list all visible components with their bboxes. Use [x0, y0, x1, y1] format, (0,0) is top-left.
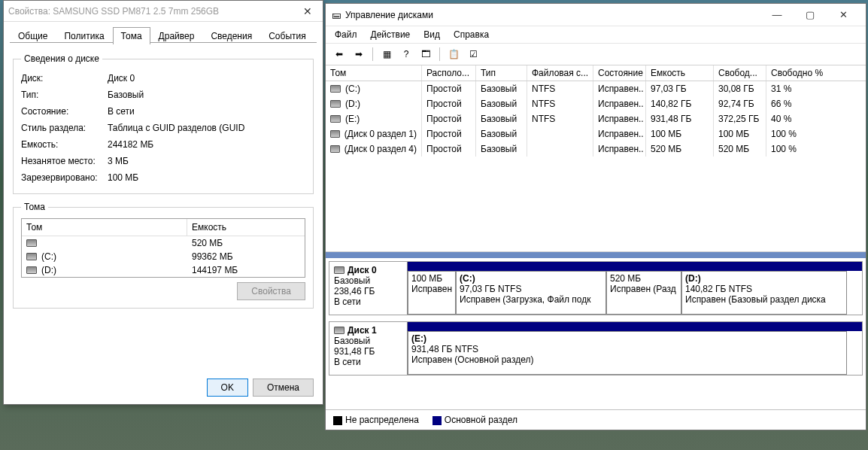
cell-volume: (D:) — [345, 99, 360, 109]
drive-icon — [26, 266, 37, 274]
col-capacity[interactable]: Емкость — [646, 65, 714, 81]
cell-layout: Простой — [422, 96, 476, 111]
cell-free: 100 МБ — [714, 126, 766, 141]
volume-list-row[interactable]: (C:)ПростойБазовыйNTFSИсправен..97,03 ГБ… — [326, 81, 866, 96]
volume-list[interactable]: Том Располо... Тип Файловая с... Состоян… — [326, 65, 866, 252]
volume-row[interactable]: (D:)144197 МБ — [22, 263, 305, 277]
maximize-icon[interactable]: ▢ — [794, 5, 827, 25]
volume-name: (C:) — [41, 251, 56, 262]
info-label: Диск: — [21, 73, 108, 84]
col-volume[interactable]: Том — [22, 219, 187, 236]
cell-free: 92,74 ГБ — [714, 96, 766, 111]
cell-layout: Простой — [422, 126, 476, 141]
window-titlebar[interactable]: 🖴 Управление дисками — ▢ ✕ — [326, 4, 866, 26]
info-value: 100 МБ — [108, 172, 138, 183]
swatch-icon — [432, 416, 442, 425]
disk-info-legend: Сведения о диске — [21, 53, 102, 64]
back-icon[interactable]: ⬅ — [332, 47, 347, 62]
info-label: Стиль раздела: — [21, 123, 108, 133]
tab-Драйвер[interactable]: Драйвер — [150, 27, 203, 44]
volumes-legend: Тома — [21, 202, 48, 212]
tab-panel-volumes: Сведения о диске Диск:Диск 0Тип:БазовыйС… — [4, 44, 323, 325]
partition-title: (D:) — [685, 273, 701, 284]
cell-fs — [527, 126, 593, 141]
partition-cell[interactable]: (E:)931,48 ГБ NTFSИсправен (Основной раз… — [408, 331, 847, 375]
volume-capacity: 99362 МБ — [192, 251, 233, 262]
tab-Общие[interactable]: Общие — [10, 27, 56, 44]
toolbar-separator — [372, 47, 373, 61]
volumes-table[interactable]: Том Емкость 520 МБ(C:)99362 МБ(D:)144197… — [21, 218, 305, 278]
partition-cell[interactable]: 520 МБИсправен (Разд — [606, 271, 681, 315]
partition-title: (C:) — [460, 273, 475, 284]
tab-Политика[interactable]: Политика — [56, 27, 112, 44]
disk-management-window: 🖴 Управление дисками — ▢ ✕ ФайлДействиеВ… — [325, 3, 866, 430]
help-icon[interactable]: ? — [399, 47, 414, 62]
info-label: Тип: — [21, 90, 108, 100]
drive-icon — [330, 100, 341, 108]
disk-type: Базовый — [334, 275, 402, 286]
refresh-icon[interactable]: 🗔 — [418, 47, 433, 62]
col-status[interactable]: Состояние — [593, 65, 646, 81]
disk-row[interactable]: Диск 1Базовый931,48 ГБВ сети(E:)931,48 Г… — [329, 321, 863, 376]
partition-cell[interactable]: (C:)97,03 ГБ NTFSИсправен (Загрузка, Фай… — [456, 271, 606, 315]
col-volume[interactable]: Том — [326, 65, 422, 81]
tab-Сведения[interactable]: Сведения — [202, 27, 260, 44]
disk-map[interactable]: Диск 0Базовый238,46 ГБВ сети100 МБИсправ… — [326, 252, 866, 409]
info-row: Тип:Базовый — [21, 87, 305, 103]
volume-properties-button[interactable]: Свойства — [237, 282, 305, 300]
col-layout[interactable]: Располо... — [422, 65, 476, 81]
col-free-pct[interactable]: Свободно % — [766, 65, 842, 81]
cell-type: Базовый — [476, 126, 527, 141]
col-filesystem[interactable]: Файловая с... — [527, 65, 593, 81]
checklist-icon[interactable]: ☑ — [466, 47, 481, 62]
cancel-button[interactable]: Отмена — [253, 379, 314, 397]
tab-События[interactable]: События — [260, 27, 314, 44]
dialog-titlebar[interactable]: Свойства: SAMSUNG SSD PM871 2.5 7mm 256G… — [4, 1, 323, 22]
show-hide-icon[interactable]: ▦ — [379, 47, 394, 62]
partition-cell[interactable]: (D:)140,82 ГБ NTFSИсправен (Базовый разд… — [681, 271, 847, 315]
info-value: Таблица с GUID разделов (GUID — [108, 123, 244, 133]
info-label: Состояние: — [21, 106, 108, 117]
info-value: 244182 МБ — [108, 139, 153, 150]
volume-row[interactable]: (C:)99362 МБ — [22, 250, 305, 263]
volume-list-row[interactable]: (Диск 0 раздел 4)ПростойБазовыйИсправен.… — [326, 141, 866, 157]
menu-Вид[interactable]: Вид — [423, 29, 440, 40]
cell-capacity: 140,82 ГБ — [646, 96, 714, 111]
disk-size: 238,46 ГБ — [334, 286, 402, 296]
menu-Действие[interactable]: Действие — [371, 29, 411, 40]
volume-row[interactable]: 520 МБ — [22, 236, 305, 250]
cell-state: Исправен.. — [593, 111, 646, 126]
forward-icon[interactable]: ➡ — [351, 47, 366, 62]
close-icon[interactable]: ✕ — [297, 5, 318, 17]
tab-Тома[interactable]: Тома — [113, 27, 150, 44]
partition-cell[interactable]: 100 МБИсправен — [408, 271, 456, 315]
volume-list-row[interactable]: (E:)ПростойБазовыйNTFSИсправен..931,48 Г… — [326, 111, 866, 126]
cell-free: 520 МБ — [714, 141, 766, 157]
volumes-header: Том Емкость — [22, 219, 305, 236]
drive-icon — [26, 239, 37, 247]
disk-icon — [334, 266, 344, 274]
col-capacity[interactable]: Емкость — [187, 219, 305, 236]
menu-Справка[interactable]: Справка — [454, 29, 489, 40]
minimize-icon[interactable]: — — [760, 5, 794, 25]
col-free[interactable]: Свобод... — [714, 65, 766, 81]
col-type[interactable]: Тип — [476, 65, 527, 81]
volume-list-row[interactable]: (D:)ПростойБазовыйNTFSИсправен..140,82 Г… — [326, 96, 866, 111]
partition-title: (E:) — [411, 333, 426, 344]
cell-type: Базовый — [476, 81, 527, 96]
close-icon[interactable]: ✕ — [827, 5, 860, 25]
menu-Файл[interactable]: Файл — [335, 29, 357, 40]
cell-fs: NTFS — [527, 111, 593, 126]
drive-icon — [330, 85, 341, 93]
partition-size: 931,48 ГБ NTFS — [411, 344, 478, 354]
disk-row[interactable]: Диск 0Базовый238,46 ГБВ сети100 МБИсправ… — [329, 261, 863, 315]
disk-label: Диск 1Базовый931,48 ГБВ сети — [329, 322, 408, 375]
ok-button[interactable]: OK — [207, 379, 248, 397]
partition-header-bar — [408, 262, 862, 271]
cell-volume: (E:) — [345, 114, 360, 124]
list-settings-icon[interactable]: 📋 — [446, 47, 461, 62]
cell-volume: (Диск 0 раздел 4) — [344, 144, 417, 154]
partition-size: 97,03 ГБ NTFS — [460, 284, 521, 294]
volume-list-row[interactable]: (Диск 0 раздел 1)ПростойБазовыйИсправен.… — [326, 126, 866, 141]
drive-icon — [26, 253, 37, 260]
